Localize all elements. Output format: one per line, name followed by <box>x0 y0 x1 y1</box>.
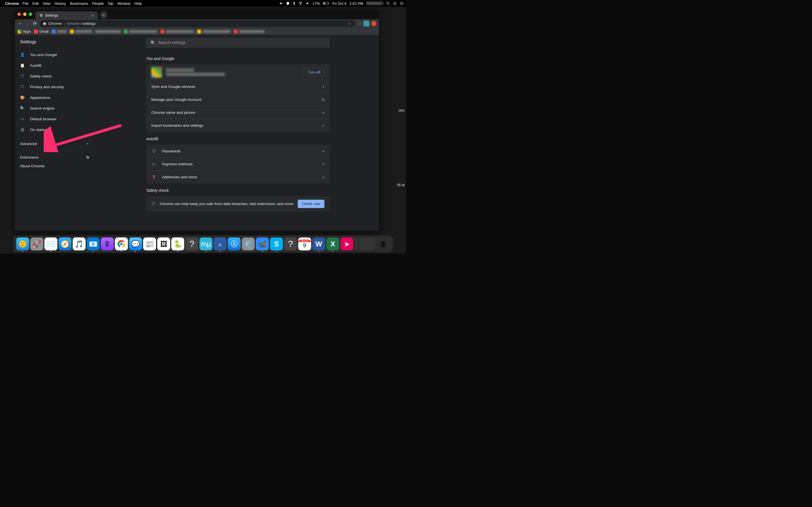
menu-window[interactable]: Window <box>117 1 130 6</box>
bookmark-blurred-1[interactable] <box>52 30 67 34</box>
desktop-file-2[interactable]: 05 at <box>397 183 405 187</box>
sidebar-item-search-engine[interactable]: 🔍Search engine <box>15 103 97 114</box>
row-chrome-name-picture[interactable]: Chrome name and picture▸ <box>146 106 329 119</box>
menubar-date[interactable]: Fri Oct 9 <box>333 1 347 6</box>
menu-view[interactable]: View <box>43 1 50 6</box>
bookmark-blurred-4[interactable] <box>124 30 157 34</box>
dock-musescore[interactable]: mµ <box>200 237 213 250</box>
settings-search-box[interactable]: 🔍 <box>146 38 329 48</box>
dock-clipboard-app[interactable]: ➤ <box>341 237 354 250</box>
minimize-window-button[interactable] <box>23 13 27 16</box>
dock-word[interactable]: W <box>312 237 325 250</box>
sidebar-advanced-toggle[interactable]: Advanced ▼ <box>15 139 97 148</box>
volume-icon[interactable] <box>306 2 310 5</box>
media-control-icon[interactable]: ♫ <box>359 21 362 26</box>
row-passwords[interactable]: ⌬Passwords▸ <box>146 145 329 158</box>
sidebar-item-extensions[interactable]: Extensions ⧉ <box>15 153 97 162</box>
check-now-button[interactable]: Check now <box>298 200 324 208</box>
omnibox[interactable]: ◉ Chrome | chrome://settings ☆ <box>40 20 355 27</box>
menubar-app-name[interactable]: Chrome <box>5 1 19 6</box>
sidebar-item-default-browser[interactable]: ▭Default browser <box>15 114 97 124</box>
row-manage-google-account[interactable]: Manage your Google Account⧉ <box>146 93 329 106</box>
dock-skype[interactable]: S <box>270 237 283 250</box>
fullscreen-window-button[interactable] <box>29 13 32 16</box>
sidebar-item-you-and-google[interactable]: 👤You and Google <box>15 49 97 60</box>
spotlight-icon[interactable] <box>386 2 390 5</box>
settings-search-input[interactable] <box>158 41 325 45</box>
bookmark-blurred-7[interactable] <box>234 30 264 34</box>
bookmark-blurred-5[interactable] <box>160 30 194 34</box>
dock-preview[interactable]: 🖼 <box>157 237 170 250</box>
sidebar-item-about-chrome[interactable]: About Chrome <box>15 162 97 170</box>
menu-tab[interactable]: Tab <box>107 1 113 6</box>
bookmark-gmail[interactable]: Gmail <box>34 30 49 34</box>
dock-launchpad[interactable]: 🚀 <box>31 237 43 250</box>
desktop-file-1[interactable]: .xlsx <box>398 108 405 112</box>
profile-avatar-button[interactable] <box>363 20 369 26</box>
status-icon-1[interactable] <box>279 2 283 5</box>
dock-news[interactable]: 📰 <box>143 237 156 250</box>
menu-people[interactable]: People <box>92 1 103 6</box>
reload-button[interactable]: ⟳ <box>32 21 38 26</box>
bookmark-star-icon[interactable]: ☆ <box>348 21 352 26</box>
menu-edit[interactable]: Edit <box>33 1 39 6</box>
dock-help[interactable]: ? <box>186 237 199 250</box>
bookmark-blurred-2[interactable] <box>70 30 92 34</box>
sidebar-item-appearance[interactable]: 🎨Appearance <box>15 92 97 103</box>
dock-messages[interactable]: 💬 <box>129 237 142 250</box>
chrome-window: ⚙ Settings × + ← → ⟳ ◉ Chrome | chrome:/… <box>15 9 379 231</box>
dock-python[interactable]: 🐍 <box>171 237 185 250</box>
new-tab-button[interactable]: + <box>100 11 107 18</box>
menu-history[interactable]: History <box>54 1 66 6</box>
sidebar-item-privacy-security[interactable]: 🛡Privacy and security <box>15 81 97 92</box>
dock-excel[interactable]: X <box>326 237 340 250</box>
menu-help[interactable]: Help <box>135 1 142 6</box>
dock-safari[interactable]: 🧭 <box>59 237 71 250</box>
profile-email-blurred <box>166 72 225 76</box>
bookmark-blurred-6[interactable] <box>197 30 231 34</box>
dock-music[interactable]: 🎵 <box>73 237 86 250</box>
svg-point-0 <box>300 4 301 5</box>
dock-trash[interactable]: 🗑 <box>377 237 390 250</box>
row-sync-services[interactable]: Sync and Google services▸ <box>146 80 329 93</box>
dock-finder[interactable]: 🙂 <box>16 237 29 250</box>
menu-bookmarks[interactable]: Bookmarks <box>70 1 88 6</box>
dock-outlook[interactable]: 📧 <box>87 237 100 250</box>
menubar-time[interactable]: 2:02 PM <box>350 1 363 6</box>
wifi-icon[interactable] <box>299 2 303 5</box>
turn-off-sync-button[interactable]: Turn off <box>304 68 324 76</box>
dock-chrome[interactable] <box>115 237 128 250</box>
control-center-icon[interactable] <box>400 2 404 5</box>
dock-appstore[interactable]: Ⓐ <box>228 237 241 250</box>
bookmark-blurred-3[interactable] <box>95 30 121 33</box>
dock-zoom[interactable]: 📹 <box>256 237 269 250</box>
row-payment-methods[interactable]: ▭Payment methods▸ <box>146 158 329 171</box>
bookmark-apps[interactable]: Apps <box>17 30 31 34</box>
dock-recent-doc[interactable] <box>359 237 376 250</box>
row-import-bookmarks[interactable]: Import bookmarks and settings▸ <box>146 119 329 132</box>
bluetooth-icon[interactable] <box>293 1 296 5</box>
dock-vscode[interactable]: ⬨ <box>214 237 227 250</box>
dock-podcasts[interactable]: 🎙 <box>101 237 114 250</box>
extension-icon[interactable] <box>371 21 376 26</box>
back-button[interactable]: ← <box>17 21 23 26</box>
forward-button[interactable]: → <box>25 21 31 26</box>
close-window-button[interactable] <box>17 13 21 16</box>
sidebar-item-on-startup[interactable]: ⏻On startup <box>15 124 97 135</box>
site-info-icon[interactable]: ◉ <box>43 21 46 26</box>
browser-tab-settings[interactable]: ⚙ Settings × <box>36 11 98 19</box>
dock-help2[interactable]: ? <box>284 237 297 250</box>
status-icon-malware[interactable] <box>286 2 290 5</box>
dock-calendar[interactable]: OCT 99 <box>298 237 311 250</box>
sidebar-item-autofill[interactable]: 📋Autofill <box>15 60 97 71</box>
battery-icon[interactable] <box>323 2 329 5</box>
dock-sysprefs[interactable]: ⚙️ <box>242 237 255 250</box>
siri-icon[interactable] <box>393 2 397 5</box>
dock-mail[interactable]: ✉️ <box>45 237 57 250</box>
menu-file[interactable]: File <box>22 1 29 6</box>
row-addresses[interactable]: 📍Addresses and more▸ <box>146 171 329 184</box>
close-tab-icon[interactable]: × <box>91 13 94 18</box>
sidebar-item-safety-check[interactable]: 🛡Safety check <box>15 71 97 81</box>
card-safety: 🛡 Chrome can help keep you safe from dat… <box>146 196 329 212</box>
url-path: settings <box>83 21 96 25</box>
